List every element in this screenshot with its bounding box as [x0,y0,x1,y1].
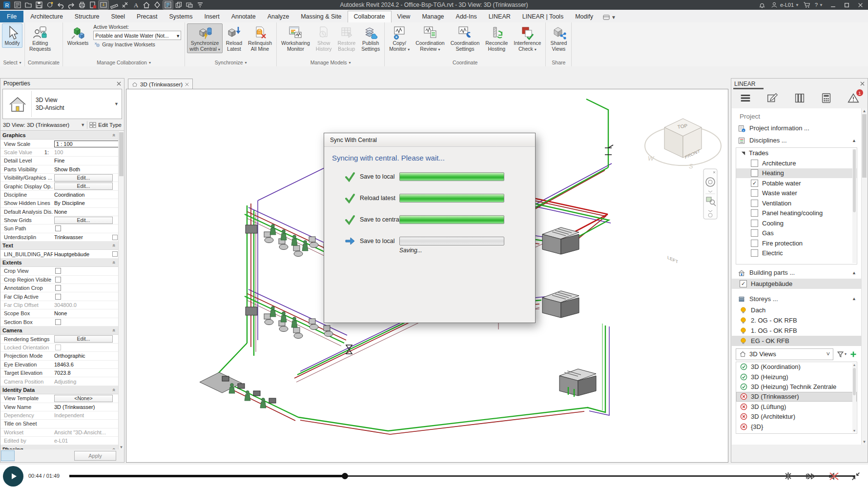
checkbox[interactable]: ✓ [751,180,758,187]
storey-item-1-og-ok-rfb[interactable]: 1. OG - OK RFB [732,325,861,336]
ribbon-display-toggle[interactable]: ▼ [603,15,616,22]
checkbox[interactable] [751,240,758,247]
collapse-icon[interactable]: ▲ [852,296,856,301]
section-camera[interactable]: Camera« [0,326,119,335]
trade-item-panel-heating-cooling[interactable]: Panel heating/cooling [736,208,857,219]
tab-linear-tools[interactable]: LINEAR | Tools [517,11,569,22]
tab-systems[interactable]: Systems [163,11,198,22]
view-selector[interactable]: 3D View: 3D (Trinkwasser) [3,122,79,128]
storey-item-2-og-ok-rfb[interactable]: 2. OG - OK RFB [732,315,861,325]
minimize-button[interactable] [826,0,840,10]
property-value[interactable]: 18463.6 [53,362,119,367]
property-value[interactable]: Edit... [53,183,119,190]
tab-file[interactable]: File [0,11,23,22]
pin-icon[interactable] [99,0,108,9]
ribbon-button-synchronize-with-central[interactable]: Synchronizewith Central ▾ [187,23,222,53]
checkbox[interactable] [55,277,61,283]
panel-label-coordinate[interactable]: Coordinate [385,59,545,66]
ribbon-button-relinquish-all-mine[interactable]: RelinquishAll Mine [246,23,274,53]
tab-architecture[interactable]: Architecture [24,11,69,22]
save-icon[interactable] [34,0,44,9]
checkbox[interactable] [751,160,758,167]
storey-item-dach[interactable]: Dach [732,305,861,315]
property-value[interactable]: Trinkwasser [53,234,119,240]
value-input[interactable]: 1 : 100 [54,141,119,147]
ribbon-button-shared-views[interactable]: SharedViews [548,23,569,53]
property-value[interactable] [53,277,119,283]
revit-logo-icon[interactable]: R [2,0,12,9]
checkbox[interactable] [751,229,758,237]
settings-gear-icon[interactable] [783,470,794,482]
property-value[interactable]: Ansicht "3D-Ansicht... [53,429,119,435]
property-value[interactable] [53,319,119,325]
warnings-tab[interactable]: 1 [846,91,861,105]
checkbox[interactable]: ✓ [740,280,747,287]
play-button[interactable] [3,466,23,487]
edit-button[interactable]: Edit... [54,183,113,190]
trades-header[interactable]: Trades [736,148,857,158]
export-doc-icon[interactable] [88,0,98,9]
checkbox[interactable] [751,200,758,207]
filter-icon[interactable]: ▾ [836,350,847,358]
tab-modify[interactable]: Modify [569,11,599,22]
view-item-3d-trinkwasser-[interactable]: 3D (Trinkwasser) [736,392,857,402]
property-value[interactable]: Show Both [53,166,119,172]
tab-precast[interactable]: Precast [131,11,163,22]
storeys-item[interactable]: Storeys ...▲ [732,293,861,305]
trade-item-fire-protection[interactable]: Fire protection [736,238,857,248]
edit-type-button[interactable]: Edit Type [89,122,122,128]
checkbox[interactable] [751,220,758,227]
property-value[interactable] [53,294,119,300]
trade-item-electric[interactable]: Electric [736,248,857,259]
undo-icon[interactable] [56,0,65,9]
checkbox[interactable] [751,189,758,197]
ribbon-button-worksets[interactable]: Worksets [65,23,91,48]
section-extents[interactable]: Extents« [0,259,119,267]
document-tab[interactable]: 3D (Trinkwasser) [128,79,193,89]
measure-icon[interactable] [109,0,119,9]
dialog-title[interactable]: Sync With Central [324,133,535,147]
building-parts-item[interactable]: Building parts ...▲ [732,266,861,279]
property-value[interactable]: <None> [53,395,119,402]
property-value[interactable] [53,268,119,274]
collapse-icon[interactable]: ▲ [852,270,856,275]
tab-steel[interactable]: Steel [105,11,131,22]
tab-add-ins[interactable]: Add-Ins [450,11,483,22]
edit-button[interactable]: Edit... [54,174,113,182]
tab-insert[interactable]: Insert [198,11,225,22]
project-information-item[interactable]: Project information ... [732,122,861,134]
apply-button[interactable]: Apply [74,451,116,461]
property-value[interactable]: Orthographic [53,353,119,359]
trade-item-cooling[interactable]: Cooling [736,218,857,228]
help-menu[interactable]: ? ▼ [815,2,823,8]
trades-scrollbar[interactable] [852,149,856,263]
tab-structure[interactable]: Structure [69,11,105,22]
progress-handle[interactable] [342,473,348,479]
maximize-button[interactable] [840,0,853,10]
tab-collaborate[interactable]: Collaborate [348,11,392,22]
playback-speed-icon[interactable] [805,471,817,482]
storey-item-eg-ok-rfb[interactable]: EG - OK RFB [732,336,861,346]
notification-icon[interactable] [757,0,767,10]
tab-manage[interactable]: Manage [416,11,450,22]
disciplines-item[interactable]: Disciplines ...▲ [732,134,861,146]
property-value[interactable]: Edit... [53,217,119,224]
ribbon-button-publish-settings[interactable]: PublishSettings [359,23,382,53]
property-value[interactable] [53,225,119,231]
property-value[interactable] [53,285,119,291]
user-account[interactable]: e-L01 ▼ [770,0,799,9]
close-icon[interactable] [185,82,189,86]
property-value[interactable]: Fine [53,158,119,163]
cart-icon[interactable] [802,0,812,10]
text-icon[interactable]: A [131,0,141,9]
checkbox[interactable] [751,209,758,217]
ribbon-button-interference-check[interactable]: InterferenceCheck ▾ [511,23,543,53]
collapse-icon[interactable]: ▲ [852,138,856,143]
tab-annotate[interactable]: Annotate [226,11,262,22]
ribbon-button-reload-latest[interactable]: ReloadLatest [224,23,245,53]
checkbox[interactable] [55,294,61,300]
open-folder-icon[interactable] [23,0,33,9]
marker-icon[interactable] [152,0,162,9]
panel-label-manage-models[interactable]: Manage Models▾ [277,59,384,66]
view-item-3d-heizung-[interactable]: 3D (Heizung) [736,372,857,382]
